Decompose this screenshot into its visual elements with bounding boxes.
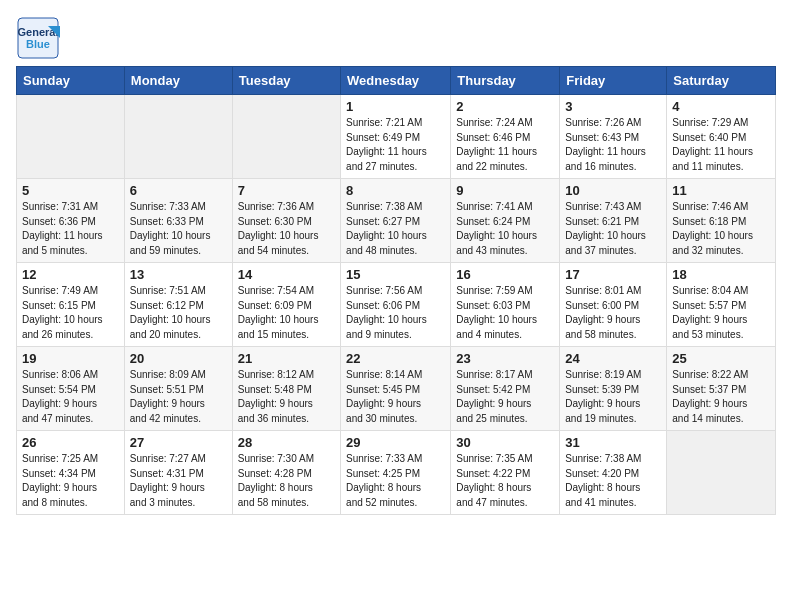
day-number: 14 [238,267,335,282]
day-number: 8 [346,183,445,198]
day-info: Sunrise: 7:38 AM Sunset: 6:27 PM Dayligh… [346,200,445,258]
weekday-header-thursday: Thursday [451,67,560,95]
day-info: Sunrise: 7:33 AM Sunset: 4:25 PM Dayligh… [346,452,445,510]
calendar-cell [124,95,232,179]
day-info: Sunrise: 7:30 AM Sunset: 4:28 PM Dayligh… [238,452,335,510]
day-info: Sunrise: 7:46 AM Sunset: 6:18 PM Dayligh… [672,200,770,258]
day-number: 16 [456,267,554,282]
day-number: 26 [22,435,119,450]
day-info: Sunrise: 7:35 AM Sunset: 4:22 PM Dayligh… [456,452,554,510]
day-number: 10 [565,183,661,198]
weekday-header-saturday: Saturday [667,67,776,95]
week-row-2: 5Sunrise: 7:31 AM Sunset: 6:36 PM Daylig… [17,179,776,263]
week-row-4: 19Sunrise: 8:06 AM Sunset: 5:54 PM Dayli… [17,347,776,431]
day-info: Sunrise: 8:04 AM Sunset: 5:57 PM Dayligh… [672,284,770,342]
week-row-1: 1Sunrise: 7:21 AM Sunset: 6:49 PM Daylig… [17,95,776,179]
day-number: 1 [346,99,445,114]
day-info: Sunrise: 7:33 AM Sunset: 6:33 PM Dayligh… [130,200,227,258]
day-number: 30 [456,435,554,450]
day-info: Sunrise: 7:51 AM Sunset: 6:12 PM Dayligh… [130,284,227,342]
calendar-cell: 16Sunrise: 7:59 AM Sunset: 6:03 PM Dayli… [451,263,560,347]
weekday-header-row: SundayMondayTuesdayWednesdayThursdayFrid… [17,67,776,95]
day-info: Sunrise: 7:31 AM Sunset: 6:36 PM Dayligh… [22,200,119,258]
calendar-cell: 30Sunrise: 7:35 AM Sunset: 4:22 PM Dayli… [451,431,560,515]
day-info: Sunrise: 7:41 AM Sunset: 6:24 PM Dayligh… [456,200,554,258]
day-number: 11 [672,183,770,198]
calendar-cell: 15Sunrise: 7:56 AM Sunset: 6:06 PM Dayli… [341,263,451,347]
day-number: 20 [130,351,227,366]
calendar-cell: 3Sunrise: 7:26 AM Sunset: 6:43 PM Daylig… [560,95,667,179]
logo-icon: General Blue [16,16,56,56]
day-number: 9 [456,183,554,198]
weekday-header-tuesday: Tuesday [232,67,340,95]
day-info: Sunrise: 7:54 AM Sunset: 6:09 PM Dayligh… [238,284,335,342]
day-number: 28 [238,435,335,450]
calendar-cell: 2Sunrise: 7:24 AM Sunset: 6:46 PM Daylig… [451,95,560,179]
day-info: Sunrise: 7:21 AM Sunset: 6:49 PM Dayligh… [346,116,445,174]
calendar-cell: 27Sunrise: 7:27 AM Sunset: 4:31 PM Dayli… [124,431,232,515]
day-info: Sunrise: 7:43 AM Sunset: 6:21 PM Dayligh… [565,200,661,258]
day-number: 4 [672,99,770,114]
calendar-cell: 13Sunrise: 7:51 AM Sunset: 6:12 PM Dayli… [124,263,232,347]
calendar-cell: 6Sunrise: 7:33 AM Sunset: 6:33 PM Daylig… [124,179,232,263]
day-info: Sunrise: 7:59 AM Sunset: 6:03 PM Dayligh… [456,284,554,342]
weekday-header-monday: Monday [124,67,232,95]
calendar-cell: 10Sunrise: 7:43 AM Sunset: 6:21 PM Dayli… [560,179,667,263]
calendar-cell: 9Sunrise: 7:41 AM Sunset: 6:24 PM Daylig… [451,179,560,263]
calendar-cell: 18Sunrise: 8:04 AM Sunset: 5:57 PM Dayli… [667,263,776,347]
day-number: 18 [672,267,770,282]
calendar-cell [667,431,776,515]
calendar-cell: 1Sunrise: 7:21 AM Sunset: 6:49 PM Daylig… [341,95,451,179]
calendar-cell: 31Sunrise: 7:38 AM Sunset: 4:20 PM Dayli… [560,431,667,515]
day-number: 25 [672,351,770,366]
week-row-5: 26Sunrise: 7:25 AM Sunset: 4:34 PM Dayli… [17,431,776,515]
calendar-cell [232,95,340,179]
day-number: 19 [22,351,119,366]
weekday-header-sunday: Sunday [17,67,125,95]
day-info: Sunrise: 7:38 AM Sunset: 4:20 PM Dayligh… [565,452,661,510]
day-number: 12 [22,267,119,282]
day-info: Sunrise: 7:24 AM Sunset: 6:46 PM Dayligh… [456,116,554,174]
day-info: Sunrise: 7:29 AM Sunset: 6:40 PM Dayligh… [672,116,770,174]
calendar-cell: 29Sunrise: 7:33 AM Sunset: 4:25 PM Dayli… [341,431,451,515]
day-info: Sunrise: 8:17 AM Sunset: 5:42 PM Dayligh… [456,368,554,426]
day-number: 15 [346,267,445,282]
calendar-cell: 4Sunrise: 7:29 AM Sunset: 6:40 PM Daylig… [667,95,776,179]
day-info: Sunrise: 8:01 AM Sunset: 6:00 PM Dayligh… [565,284,661,342]
day-info: Sunrise: 8:09 AM Sunset: 5:51 PM Dayligh… [130,368,227,426]
logo: General Blue [16,16,60,56]
weekday-header-wednesday: Wednesday [341,67,451,95]
calendar-cell: 26Sunrise: 7:25 AM Sunset: 4:34 PM Dayli… [17,431,125,515]
week-row-3: 12Sunrise: 7:49 AM Sunset: 6:15 PM Dayli… [17,263,776,347]
calendar-cell: 17Sunrise: 8:01 AM Sunset: 6:00 PM Dayli… [560,263,667,347]
calendar-cell: 21Sunrise: 8:12 AM Sunset: 5:48 PM Dayli… [232,347,340,431]
page-header: General Blue [16,16,776,56]
calendar-cell: 19Sunrise: 8:06 AM Sunset: 5:54 PM Dayli… [17,347,125,431]
calendar-cell: 11Sunrise: 7:46 AM Sunset: 6:18 PM Dayli… [667,179,776,263]
day-info: Sunrise: 8:22 AM Sunset: 5:37 PM Dayligh… [672,368,770,426]
calendar-cell: 14Sunrise: 7:54 AM Sunset: 6:09 PM Dayli… [232,263,340,347]
day-info: Sunrise: 7:49 AM Sunset: 6:15 PM Dayligh… [22,284,119,342]
day-number: 21 [238,351,335,366]
day-number: 17 [565,267,661,282]
day-info: Sunrise: 8:12 AM Sunset: 5:48 PM Dayligh… [238,368,335,426]
calendar-cell: 12Sunrise: 7:49 AM Sunset: 6:15 PM Dayli… [17,263,125,347]
day-number: 3 [565,99,661,114]
day-number: 7 [238,183,335,198]
day-number: 22 [346,351,445,366]
day-info: Sunrise: 8:06 AM Sunset: 5:54 PM Dayligh… [22,368,119,426]
calendar-cell: 22Sunrise: 8:14 AM Sunset: 5:45 PM Dayli… [341,347,451,431]
day-info: Sunrise: 8:14 AM Sunset: 5:45 PM Dayligh… [346,368,445,426]
day-info: Sunrise: 7:26 AM Sunset: 6:43 PM Dayligh… [565,116,661,174]
weekday-header-friday: Friday [560,67,667,95]
day-number: 5 [22,183,119,198]
calendar-cell: 8Sunrise: 7:38 AM Sunset: 6:27 PM Daylig… [341,179,451,263]
calendar: SundayMondayTuesdayWednesdayThursdayFrid… [16,66,776,515]
day-info: Sunrise: 8:19 AM Sunset: 5:39 PM Dayligh… [565,368,661,426]
day-info: Sunrise: 7:25 AM Sunset: 4:34 PM Dayligh… [22,452,119,510]
calendar-cell: 24Sunrise: 8:19 AM Sunset: 5:39 PM Dayli… [560,347,667,431]
day-info: Sunrise: 7:27 AM Sunset: 4:31 PM Dayligh… [130,452,227,510]
day-number: 24 [565,351,661,366]
calendar-cell: 25Sunrise: 8:22 AM Sunset: 5:37 PM Dayli… [667,347,776,431]
day-number: 23 [456,351,554,366]
